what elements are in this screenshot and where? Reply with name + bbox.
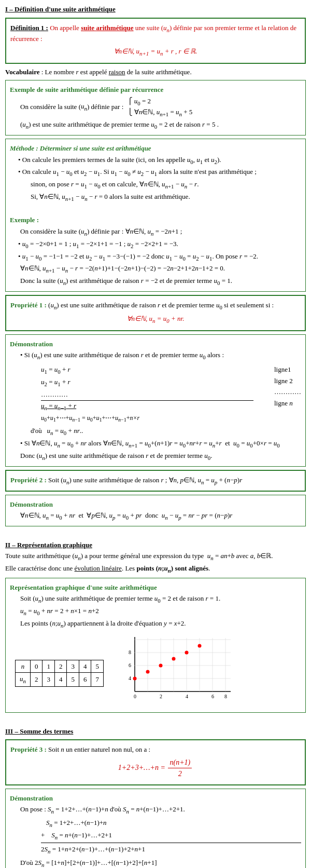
- graph-svg: 4 6 8 0 2 4 6 8: [119, 632, 233, 704]
- example-1-title: Exemple de suite arithmétique définie pa…: [10, 85, 301, 95]
- example-box-1: Exemple de suite arithmétique définie pa…: [5, 80, 306, 135]
- graph-text1: Soit (un) une suite arithmétique de prem…: [20, 593, 301, 605]
- svg-point-23: [159, 663, 162, 667]
- section-2-title: II – Représentation graphique: [5, 540, 306, 550]
- section-3-heading: III – Somme des termes: [5, 727, 73, 735]
- svg-text:4: 4: [129, 675, 131, 681]
- demo-3-text1: On pose : Sn = 1+2+…+(n−1)+n d'où Sn = n…: [20, 804, 301, 816]
- example-1-text1: On considère la suite (un) définie par :…: [20, 96, 301, 119]
- property-2-box: Propriété 2 : Soit (un) une suite arithm…: [5, 470, 306, 492]
- graph-text2: un = u0 + nr = 2 + n×1 = n+2: [20, 606, 301, 617]
- svg-text:4: 4: [186, 694, 188, 699]
- demo-1-text2: • Si ∀n∈ℕ, un = u0 + nr alors ∀n∈ℕ, un+1…: [20, 438, 301, 450]
- graph-title: Représentation graphique d'une suite ari…: [10, 582, 301, 593]
- svg-text:8: 8: [129, 649, 131, 655]
- section-1-heading: I – Définition d'une suite arithmétique: [5, 5, 116, 13]
- property-1-text: Propriété 1 : (un) est une suite arithmé…: [10, 300, 301, 311]
- data-table: n 0 1 2 3 4 5 un 2 3 4 5 6 7: [15, 660, 104, 687]
- graph-text3: Les points (n;un) appartiennent à la dro…: [20, 618, 301, 630]
- demo-2-text: ∀n∈ℕ, un = u0 + nr et ∀p∈ℕ, up = u0 + pr…: [20, 510, 301, 522]
- graph-box: Représentation graphique d'une suite ari…: [5, 578, 306, 713]
- property-1-formula: ∀n∈ℕ, un = u0 + nr.: [10, 314, 301, 325]
- method-title: Méthode : Déterminer si une suite est ar…: [10, 143, 301, 154]
- demo-2-label: Démonstration: [10, 499, 301, 510]
- data-table-container: n 0 1 2 3 4 5 un 2 3 4 5 6 7: [15, 658, 104, 689]
- section-1-title: I – Définition d'une suite arithmétique: [5, 4, 306, 15]
- method-step2c: Si, ∀n∈ℕ, un+1 − un − r = 0 alors la sui…: [31, 192, 301, 203]
- property-2-text: Propriété 2 : Soit (un) une suite arithm…: [10, 475, 301, 486]
- section-2-text1: Toute suite arithmétique (un) a pour ter…: [5, 551, 306, 562]
- property-3-box: Propriété 3 : Soit n un entier naturel n…: [5, 739, 306, 785]
- example-1-text2: (un) est une suite arithmétique de premi…: [20, 119, 301, 131]
- example-2-text4: ∀n∈ℕ, un+1 − un − r = −2(n+1)+1−(−2n+1)−…: [20, 263, 301, 275]
- definition-box: Définition 1 : On appelle suite arithmét…: [5, 18, 306, 64]
- svg-text:6: 6: [129, 662, 131, 668]
- section-2-heading: II – Représentation graphique: [5, 541, 92, 549]
- svg-text:8: 8: [224, 694, 227, 699]
- svg-text:2: 2: [160, 694, 162, 699]
- vocabulary: Vocabulaire : Le nombre r est appelé rai…: [5, 67, 306, 77]
- svg-graph-container: 4 6 8 0 2 4 6 8: [119, 632, 233, 708]
- example-2-text1: On considère la suite (un) définie par :…: [20, 226, 301, 238]
- demo-1-text1: • Si (un) est une suite arithmétique de …: [20, 350, 301, 361]
- property-3-formula: 1+2+3+…+n = n(n+1)2: [10, 757, 301, 779]
- method-box: Méthode : Déterminer si une suite est ar…: [5, 139, 306, 292]
- svg-text:6: 6: [211, 694, 214, 699]
- demo-1-conclusion2: Donc (un) est une suite arithmétique de …: [20, 451, 301, 462]
- example-2-text2: u0 = −2×0+1 = 1 ; u1 = −2×1+1 = −1 ; u2 …: [18, 239, 301, 250]
- property-1-box: Propriété 1 : (un) est une suite arithmé…: [5, 295, 306, 331]
- svg-point-21: [133, 676, 136, 680]
- demo-3-box: Démonstration On pose : Sn = 1+2+…+(n−1)…: [5, 789, 306, 868]
- svg-point-22: [146, 670, 149, 673]
- example-2-label: Exemple :: [10, 215, 301, 225]
- demo-1-box: Démonstration • Si (un) est une suite ar…: [5, 334, 306, 467]
- demo-3-sum-lines: Sn = 1+2+…+(n−1)+n + Sn = n+(n−1)+…+2+1 …: [41, 818, 301, 855]
- property-3-text: Propriété 3 : Soit n un entier naturel n…: [10, 744, 301, 755]
- svg-text:0: 0: [134, 694, 136, 699]
- svg-point-26: [197, 644, 201, 647]
- demo-1-label: Démonstration: [10, 339, 301, 349]
- section-3-title: III – Somme des termes: [5, 726, 306, 737]
- example-2-text5: Donc la suite (un) est arithmétique de r…: [20, 276, 301, 287]
- method-step1: On calcule les premiers termes de la sui…: [18, 155, 301, 166]
- method-step2b: sinon, on pose r = u1 − u0 et on calcule…: [31, 179, 301, 191]
- definition-title: Définition 1 : On appelle suite arithmét…: [10, 23, 301, 44]
- graph-area: n 0 1 2 3 4 5 un 2 3 4 5 6 7: [10, 632, 301, 708]
- demo-2-box: Démonstration ∀n∈ℕ, un = u0 + nr et ∀p∈ℕ…: [5, 495, 306, 526]
- svg-point-24: [172, 657, 175, 660]
- demo-3-text2: D'où 2Sn = [1+n]+[2+(n−1)]+…+[(n−1)+2]+[…: [20, 858, 301, 868]
- section-2-text2: Elle caractérise donc une évolution liné…: [5, 563, 306, 575]
- demo-3-label: Démonstration: [10, 793, 301, 804]
- example-2-text3: u1 − u0 = −1−1 = −2 et u2 − u1 = −3−(−1)…: [18, 251, 301, 263]
- definition-formula: ∀n∈ℕ, un+1 = un + r , r ∈ ℝ.: [10, 46, 301, 58]
- svg-point-25: [185, 650, 188, 654]
- method-step2: On calcule u1 − u0 et u2 − u1. Si u1 − u…: [18, 167, 301, 178]
- demo-1-lines: u1 = u0 + r u2 = u1 + r ………… un = un−1 +…: [41, 363, 301, 425]
- demo-1-conclusion1: d'où un = u0 + nr..: [31, 426, 301, 437]
